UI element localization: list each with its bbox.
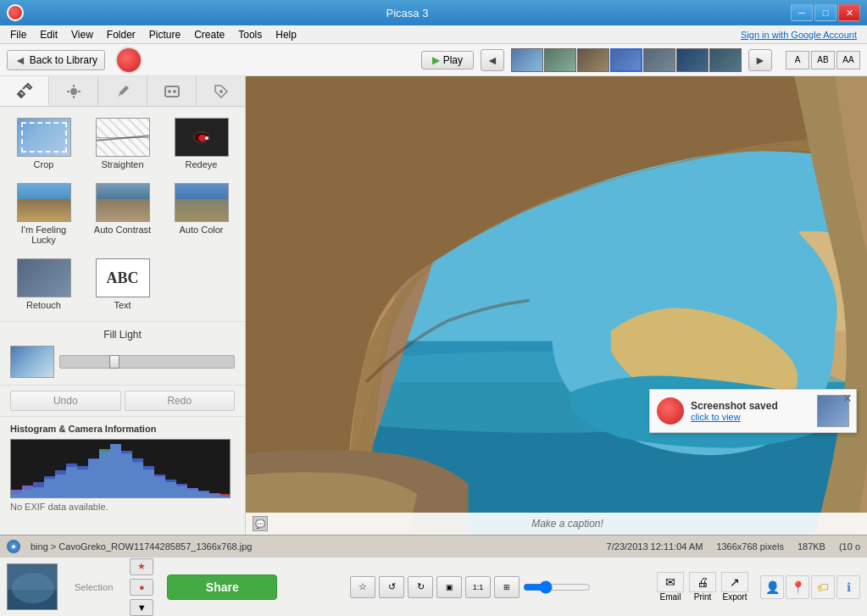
slideshow-play-button[interactable]: ▶ Play — [421, 51, 474, 69]
crop-thumbnail — [17, 118, 71, 157]
caption-bar: 💬 Make a caption! — [246, 513, 867, 535]
tag-button[interactable]: 🏷 — [811, 575, 835, 599]
menu-folder[interactable]: Folder — [100, 27, 142, 42]
svg-point-8 — [173, 90, 176, 93]
straighten-label: Straighten — [101, 159, 143, 169]
crop-tool-button[interactable]: Crop — [7, 114, 81, 174]
notification-text-area: Screenshot saved click to view — [691, 400, 810, 422]
text-label: Text — [114, 300, 131, 310]
file-count: (10 o — [839, 541, 860, 552]
print-button[interactable]: 🖨 Print — [689, 572, 716, 602]
redo-button[interactable]: Redo — [125, 391, 236, 411]
undo-button[interactable]: Undo — [10, 391, 121, 411]
location-button[interactable]: 📍 — [786, 575, 809, 599]
caption-icon[interactable]: 💬 — [253, 516, 268, 531]
text-size-small-button[interactable]: A — [786, 51, 809, 69]
screenshot-notification[interactable]: Screenshot saved click to view ✕ — [649, 389, 857, 433]
thumbnail-7[interactable] — [709, 48, 742, 72]
photo-display — [246, 76, 867, 535]
auto-contrast-tool-button[interactable]: Auto Contrast — [86, 179, 159, 249]
svg-point-0 — [19, 93, 22, 97]
prev-photo-button[interactable]: ◄ — [481, 49, 504, 71]
tab-tuning[interactable] — [49, 76, 98, 106]
svg-rect-6 — [165, 86, 179, 97]
share-button[interactable]: Share — [167, 574, 277, 600]
svg-point-9 — [220, 90, 223, 93]
fill-light-slider[interactable] — [59, 355, 235, 369]
main-photo-svg — [246, 76, 867, 535]
notification-subtitle[interactable]: click to view — [691, 412, 810, 422]
svg-point-7 — [168, 90, 171, 93]
no-exif-text: No EXIF data available. — [10, 502, 235, 512]
notification-close-button[interactable]: ✕ — [842, 391, 853, 405]
back-to-library-button[interactable]: ◄ Back to Library — [7, 50, 105, 70]
rotate-left-button[interactable]: ↺ — [379, 576, 404, 598]
more-button[interactable]: ▼ — [130, 599, 153, 616]
text-size-controls: A AB AA — [786, 51, 860, 69]
selection-label: Selection — [64, 582, 123, 592]
close-button[interactable]: ✕ — [838, 4, 860, 21]
palette-icon — [164, 83, 181, 100]
collage-button[interactable]: ⊞ — [494, 576, 520, 598]
straighten-tool-button[interactable]: Straighten — [86, 114, 159, 174]
rotate-right-button[interactable]: ↻ — [408, 576, 433, 598]
folder-button[interactable]: ● — [130, 579, 153, 596]
thumbnail-1[interactable] — [511, 48, 543, 72]
next-photo-button[interactable]: ► — [748, 49, 772, 71]
menu-help[interactable]: Help — [269, 27, 303, 42]
menu-create[interactable]: Create — [187, 27, 231, 42]
tab-effects[interactable] — [98, 76, 147, 106]
caption-placeholder[interactable]: Make a caption! — [275, 518, 860, 530]
window-controls: ─ □ ✕ — [791, 4, 860, 21]
main-content: Crop Straighten Redeye — [0, 76, 867, 535]
svg-point-17 — [12, 573, 54, 603]
retouch-tool-button[interactable]: Retouch — [7, 254, 81, 314]
thumbnail-2[interactable] — [544, 48, 576, 72]
left-editing-panel: Crop Straighten Redeye — [0, 76, 246, 535]
undo-redo-controls: Undo Redo — [0, 385, 245, 416]
tab-more-effects[interactable] — [147, 76, 197, 106]
app-icon — [7, 4, 24, 21]
text-thumbnail: ABC — [96, 258, 150, 297]
back-label: Back to Library — [30, 54, 97, 66]
info-button[interactable]: ℹ — [836, 575, 860, 599]
tab-basic-fixes[interactable] — [0, 76, 49, 106]
thumbnail-3[interactable] — [577, 48, 609, 72]
upload-button[interactable]: ★ — [130, 558, 153, 575]
histogram-chart — [10, 439, 231, 498]
menu-file[interactable]: File — [3, 27, 33, 42]
retouch-label: Retouch — [26, 300, 61, 310]
image-view-area: 💬 Make a caption! Screenshot saved click… — [246, 76, 867, 535]
menu-tools[interactable]: Tools — [231, 27, 269, 42]
window-title: Picasa 3 — [24, 7, 791, 19]
export-button[interactable]: ↗ Export — [721, 572, 748, 602]
menu-edit[interactable]: Edit — [33, 27, 64, 42]
menu-picture[interactable]: Picture — [142, 27, 187, 42]
restore-button[interactable]: □ — [814, 4, 836, 21]
people-button[interactable]: 👤 — [760, 575, 784, 599]
text-size-large-button[interactable]: AA — [836, 51, 860, 69]
feeling-lucky-tool-button[interactable]: I'm Feeling Lucky — [7, 179, 81, 249]
email-label: Email — [659, 592, 681, 602]
star-button[interactable]: ☆ — [350, 576, 375, 598]
minimize-button[interactable]: ─ — [791, 4, 813, 21]
print-label: Print — [694, 592, 712, 602]
svg-point-1 — [70, 88, 77, 95]
tab-geotag[interactable] — [197, 76, 245, 106]
fit-button[interactable]: 1:1 — [465, 576, 491, 598]
thumbnail-4-selected[interactable] — [610, 48, 642, 72]
zoom-slider[interactable] — [523, 580, 591, 594]
sign-in-link[interactable]: Sign in with Google Account — [741, 30, 864, 40]
email-button[interactable]: ✉ Email — [657, 572, 684, 602]
fill-light-row — [10, 346, 235, 378]
text-tool-button[interactable]: ABC Text — [86, 254, 159, 314]
redeye-tool-button[interactable]: Redeye — [164, 114, 238, 174]
thumbnail-5[interactable] — [643, 48, 675, 72]
auto-color-tool-button[interactable]: Auto Color — [164, 179, 238, 249]
histogram-title: Histogram & Camera Information — [10, 424, 235, 434]
status-icon: ● — [7, 540, 20, 553]
text-size-medium-button[interactable]: AB — [811, 51, 835, 69]
thumbnail-6[interactable] — [676, 48, 709, 72]
menu-view[interactable]: View — [64, 27, 100, 42]
slideshow-button[interactable]: ▣ — [436, 576, 462, 598]
